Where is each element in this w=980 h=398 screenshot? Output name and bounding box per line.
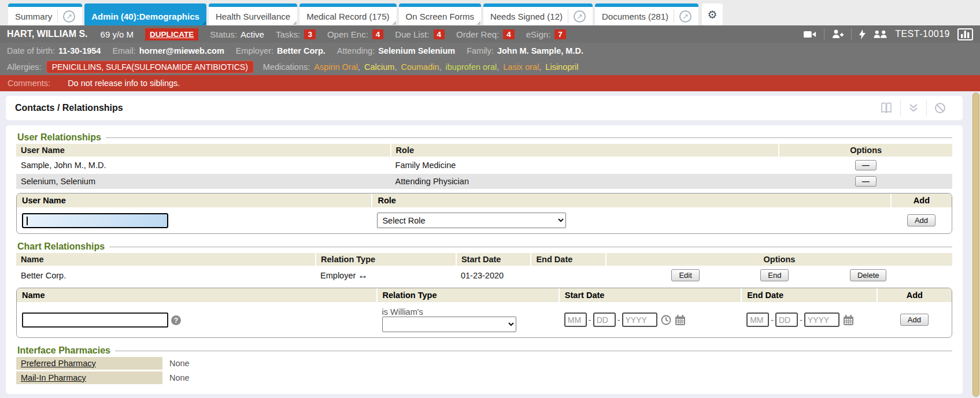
end-day-input[interactable] [775,313,798,327]
tab-health-surveillance[interactable]: Health Surveillance [209,3,297,25]
medication-item: Aspirin Oral [314,62,358,72]
separator: - [771,315,774,325]
calendar-icon[interactable] [843,315,854,325]
relation-type-select[interactable] [382,317,516,332]
start-day-input[interactable] [593,313,616,327]
clock-icon[interactable] [661,315,671,325]
video-camera-icon[interactable] [804,30,816,39]
open-enc-count-badge[interactable]: 4 [372,29,384,39]
collapse-double-chevron-icon[interactable] [901,103,926,113]
remove-relationship-button[interactable]: — [855,176,877,187]
user-name-input[interactable] [22,213,168,228]
divider [824,28,824,40]
delete-relationship-button[interactable]: Delete [850,269,887,281]
attending-label: Attending: [337,46,375,55]
remove-relationship-button[interactable]: — [855,160,877,170]
allergies-label: Allergies: [7,62,42,72]
user-name-cell: Selenium, Selenium [16,173,391,189]
due-list-label: Due List: [395,29,429,39]
relation-name-input[interactable] [22,313,168,328]
start-month-input[interactable] [564,313,587,327]
role-select[interactable]: Select Role [377,213,566,228]
divider [674,9,674,23]
settings-gear-button[interactable]: ⚙ [702,3,723,25]
dob-value: 11-30-1954 [58,46,101,55]
flowsheet-chart-icon[interactable] [957,28,973,40]
email-value: horner@mieweb.com [139,46,224,55]
column-header-start-date: Start Date [456,253,531,266]
patient-id: TEST-10019 [895,29,950,39]
start-date-inputs: - - [564,313,736,327]
role-cell: Attending Physician [391,173,779,189]
start-year-input[interactable] [622,313,657,327]
end-relationship-button[interactable]: End [760,269,789,281]
column-header-name: Name [17,288,377,302]
tab-label: Needs Signed (12) [490,12,563,21]
end-month-input[interactable] [746,313,769,327]
order-req-count-badge[interactable]: 4 [503,29,515,39]
tab-on-screen-forms[interactable]: On Screen Forms [399,3,481,25]
popout-icon[interactable]: ↗ [574,10,586,23]
allergies-alert-chip[interactable]: PENICILLINS, SULFA(SULFONAMIDE ANTIBIOTI… [46,61,254,73]
separator: , [439,62,442,72]
end-year-input[interactable] [804,313,840,327]
section-title-bar: Contacts / Relationships [6,96,963,120]
mail-in-pharmacy-link[interactable]: Mail-In Pharmacy [21,373,86,382]
tab-admin-demographics[interactable]: Admin (40):Demographics [84,3,206,25]
add-user-relationship-button[interactable]: Add [907,214,935,226]
add-chart-relationship-box: Name Relation Type Start Date End Date A… [16,288,952,338]
add-user-icon[interactable] [832,29,844,39]
tasks-count-badge[interactable]: 3 [304,29,316,39]
patient-header-bar: HART, WILLIAM S. 69 y/o M DUPLICATE Stat… [0,25,980,43]
esign-label: eSign: [526,29,551,39]
list-item: Preferred Pharmacy None [16,357,952,370]
comments-bar: Comments: Do not release info to sibling… [0,75,980,91]
column-header-end-date: End Date [741,288,877,302]
disable-block-icon[interactable] [927,102,953,114]
lightning-bolt-icon[interactable] [859,29,866,39]
dob-label: Date of birth: [7,46,55,55]
comments-text: Do not release info to siblings. [68,79,180,88]
tab-documents[interactable]: Documents (281) ↗ [595,3,698,25]
print-book-icon[interactable] [872,102,900,114]
edit-relationship-button[interactable]: Edit [671,269,699,281]
preferred-pharmacy-link[interactable]: Preferred Pharmacy [21,359,96,368]
column-header-options: Options [779,144,952,157]
email-label: Email: [112,46,135,55]
esign-count-badge[interactable]: 7 [554,29,566,39]
column-header-add: Add [877,288,952,302]
column-header-role: Role [372,194,890,207]
tasks-label: Tasks: [276,29,301,39]
medication-item: ibuprofen oral [446,62,497,72]
relation-type-text: Employer [320,271,356,280]
separator: , [394,62,397,72]
chart-relationships-table: Name Relation Type Start Date End Date O… [16,253,952,284]
popout-icon[interactable]: ↗ [679,10,691,23]
tab-summary[interactable]: Summary ↗ [8,3,82,25]
row-options: Edit End Delete [611,269,948,281]
table-row: Selenium, Selenium Attending Physician — [16,173,952,189]
calendar-icon[interactable] [675,315,686,325]
divider [568,9,568,23]
help-icon[interactable]: ? [171,315,181,325]
tab-medical-record[interactable]: Medical Record (175) [299,3,396,25]
interface-pharmacies-section: Interface Pharmacies Preferred Pharmacy … [16,345,952,386]
add-chart-relationship-button[interactable]: Add [900,314,929,326]
contacts-relationships-panel: User Relationships User Name Role Option… [6,125,963,394]
preferred-pharmacy-cell: Preferred Pharmacy [16,357,162,370]
duplicate-flag[interactable]: DUPLICATE [145,28,198,40]
due-list-count-badge[interactable]: 4 [434,29,445,39]
medications-label: Medications: [263,62,310,72]
comments-label: Comments: [8,79,50,88]
scrollbar-thumb[interactable] [972,92,979,397]
patients-icon[interactable] [873,30,887,39]
column-header-relation-type: Relation Type [316,253,456,266]
preferred-pharmacy-value: None [169,359,190,368]
popout-icon[interactable]: ↗ [63,10,75,23]
tab-needs-signed[interactable]: Needs Signed (12) ↗ [483,3,593,25]
family-label: Family: [467,46,494,55]
column-header-start-date: Start Date [559,288,741,302]
footer-actions [6,394,963,398]
gear-icon: ⚙ [708,8,718,21]
tab-label: On Screen Forms [406,12,474,21]
